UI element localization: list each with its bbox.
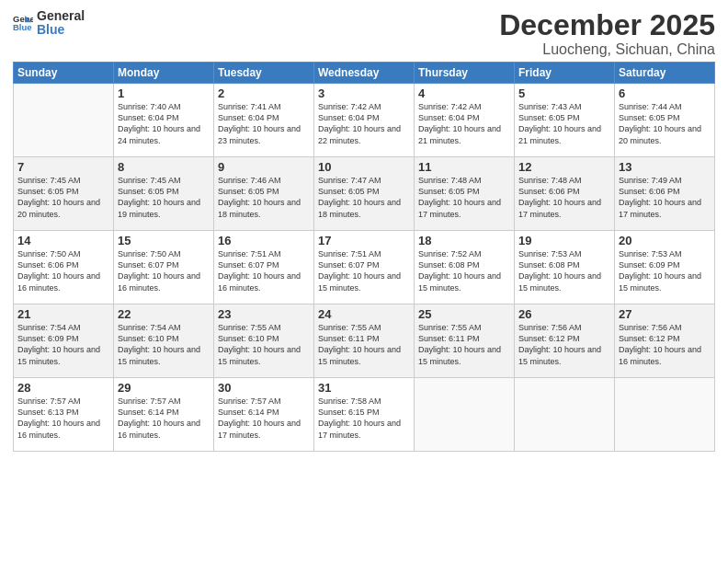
day-number: 26 [518, 307, 610, 321]
day-cell [515, 378, 615, 452]
logo: General Blue General Blue [13, 9, 85, 38]
day-number: 8 [118, 160, 210, 174]
day-number: 11 [418, 160, 510, 174]
week-row-1: 1Sunrise: 7:40 AMSunset: 6:04 PMDaylight… [14, 84, 715, 157]
day-info: Sunrise: 7:45 AMSunset: 6:05 PMDaylight:… [17, 175, 109, 220]
day-cell: 26Sunrise: 7:56 AMSunset: 6:12 PMDayligh… [515, 304, 615, 378]
col-header-tuesday: Tuesday [214, 63, 314, 84]
day-info: Sunrise: 7:56 AMSunset: 6:12 PMDaylight:… [518, 322, 610, 367]
day-info: Sunrise: 7:50 AMSunset: 6:06 PMDaylight:… [17, 248, 109, 293]
day-cell: 12Sunrise: 7:48 AMSunset: 6:06 PMDayligh… [515, 157, 615, 231]
day-cell: 21Sunrise: 7:54 AMSunset: 6:09 PMDayligh… [14, 304, 114, 378]
day-number: 10 [318, 160, 410, 174]
day-number: 5 [518, 86, 610, 100]
day-info: Sunrise: 7:42 AMSunset: 6:04 PMDaylight:… [418, 101, 510, 146]
week-row-4: 21Sunrise: 7:54 AMSunset: 6:09 PMDayligh… [14, 304, 715, 378]
day-cell: 10Sunrise: 7:47 AMSunset: 6:05 PMDayligh… [314, 157, 415, 231]
col-header-sunday: Sunday [14, 63, 114, 84]
day-info: Sunrise: 7:42 AMSunset: 6:04 PMDaylight:… [318, 101, 410, 146]
day-number: 2 [218, 86, 310, 100]
day-info: Sunrise: 7:51 AMSunset: 6:07 PMDaylight:… [318, 248, 410, 293]
col-header-friday: Friday [515, 63, 615, 84]
week-row-3: 14Sunrise: 7:50 AMSunset: 6:06 PMDayligh… [14, 231, 715, 304]
day-cell: 22Sunrise: 7:54 AMSunset: 6:10 PMDayligh… [114, 304, 214, 378]
day-info: Sunrise: 7:45 AMSunset: 6:05 PMDaylight:… [118, 175, 210, 220]
day-info: Sunrise: 7:48 AMSunset: 6:05 PMDaylight:… [418, 175, 510, 220]
day-cell: 25Sunrise: 7:55 AMSunset: 6:11 PMDayligh… [415, 304, 515, 378]
day-info: Sunrise: 7:53 AMSunset: 6:09 PMDaylight:… [619, 248, 711, 293]
day-number: 1 [118, 86, 210, 100]
day-number: 23 [218, 307, 310, 321]
location-title: Luocheng, Sichuan, China [499, 41, 715, 58]
day-cell: 23Sunrise: 7:55 AMSunset: 6:10 PMDayligh… [214, 304, 314, 378]
day-info: Sunrise: 7:57 AMSunset: 6:14 PMDaylight:… [118, 396, 210, 441]
day-cell: 1Sunrise: 7:40 AMSunset: 6:04 PMDaylight… [114, 84, 214, 157]
day-cell: 31Sunrise: 7:58 AMSunset: 6:15 PMDayligh… [314, 378, 415, 452]
day-cell: 5Sunrise: 7:43 AMSunset: 6:05 PMDaylight… [515, 84, 615, 157]
month-title: December 2025 [499, 9, 715, 41]
day-info: Sunrise: 7:55 AMSunset: 6:11 PMDaylight:… [418, 322, 510, 367]
logo-blue-text: Blue [37, 23, 85, 37]
day-number: 28 [17, 381, 109, 395]
day-info: Sunrise: 7:50 AMSunset: 6:07 PMDaylight:… [118, 248, 210, 293]
day-cell [415, 378, 515, 452]
day-number: 25 [418, 307, 510, 321]
day-number: 6 [619, 86, 711, 100]
day-cell: 24Sunrise: 7:55 AMSunset: 6:11 PMDayligh… [314, 304, 415, 378]
day-info: Sunrise: 7:53 AMSunset: 6:08 PMDaylight:… [518, 248, 610, 293]
day-cell: 27Sunrise: 7:56 AMSunset: 6:12 PMDayligh… [615, 304, 715, 378]
logo-icon: General Blue [13, 13, 33, 33]
day-cell: 3Sunrise: 7:42 AMSunset: 6:04 PMDaylight… [314, 84, 415, 157]
col-header-wednesday: Wednesday [314, 63, 415, 84]
day-number: 13 [619, 160, 711, 174]
day-number: 21 [17, 307, 109, 321]
col-header-monday: Monday [114, 63, 214, 84]
logo-general-text: General [37, 9, 85, 23]
day-info: Sunrise: 7:49 AMSunset: 6:06 PMDaylight:… [619, 175, 711, 220]
day-cell [615, 378, 715, 452]
day-cell: 8Sunrise: 7:45 AMSunset: 6:05 PMDaylight… [114, 157, 214, 231]
day-number: 31 [318, 381, 410, 395]
day-cell: 13Sunrise: 7:49 AMSunset: 6:06 PMDayligh… [615, 157, 715, 231]
day-number: 27 [619, 307, 711, 321]
day-info: Sunrise: 7:51 AMSunset: 6:07 PMDaylight:… [218, 248, 310, 293]
day-number: 15 [118, 234, 210, 247]
week-row-5: 28Sunrise: 7:57 AMSunset: 6:13 PMDayligh… [14, 378, 715, 452]
day-cell: 18Sunrise: 7:52 AMSunset: 6:08 PMDayligh… [415, 231, 515, 304]
day-cell: 29Sunrise: 7:57 AMSunset: 6:14 PMDayligh… [114, 378, 214, 452]
day-cell: 2Sunrise: 7:41 AMSunset: 6:04 PMDaylight… [214, 84, 314, 157]
col-header-thursday: Thursday [415, 63, 515, 84]
day-info: Sunrise: 7:44 AMSunset: 6:05 PMDaylight:… [619, 101, 711, 146]
col-header-saturday: Saturday [615, 63, 715, 84]
header: General Blue General Blue December 2025 … [13, 9, 715, 58]
day-cell [14, 84, 114, 157]
day-cell: 16Sunrise: 7:51 AMSunset: 6:07 PMDayligh… [214, 231, 314, 304]
day-info: Sunrise: 7:55 AMSunset: 6:11 PMDaylight:… [318, 322, 410, 367]
day-info: Sunrise: 7:58 AMSunset: 6:15 PMDaylight:… [318, 396, 410, 441]
day-number: 22 [118, 307, 210, 321]
day-number: 17 [318, 234, 410, 247]
day-cell: 19Sunrise: 7:53 AMSunset: 6:08 PMDayligh… [515, 231, 615, 304]
calendar-table: SundayMondayTuesdayWednesdayThursdayFrid… [13, 62, 715, 452]
title-block: December 2025 Luocheng, Sichuan, China [499, 9, 715, 58]
day-number: 29 [118, 381, 210, 395]
day-cell: 28Sunrise: 7:57 AMSunset: 6:13 PMDayligh… [14, 378, 114, 452]
header-row: SundayMondayTuesdayWednesdayThursdayFrid… [14, 63, 715, 84]
svg-text:Blue: Blue [13, 22, 32, 32]
day-info: Sunrise: 7:54 AMSunset: 6:10 PMDaylight:… [118, 322, 210, 367]
day-number: 20 [619, 234, 711, 247]
day-info: Sunrise: 7:57 AMSunset: 6:13 PMDaylight:… [17, 396, 109, 441]
day-cell: 14Sunrise: 7:50 AMSunset: 6:06 PMDayligh… [14, 231, 114, 304]
day-number: 7 [17, 160, 109, 174]
day-cell: 15Sunrise: 7:50 AMSunset: 6:07 PMDayligh… [114, 231, 214, 304]
day-number: 19 [518, 234, 610, 247]
day-info: Sunrise: 7:43 AMSunset: 6:05 PMDaylight:… [518, 101, 610, 146]
day-cell: 7Sunrise: 7:45 AMSunset: 6:05 PMDaylight… [14, 157, 114, 231]
day-info: Sunrise: 7:54 AMSunset: 6:09 PMDaylight:… [17, 322, 109, 367]
day-cell: 17Sunrise: 7:51 AMSunset: 6:07 PMDayligh… [314, 231, 415, 304]
day-info: Sunrise: 7:40 AMSunset: 6:04 PMDaylight:… [118, 101, 210, 146]
day-cell: 6Sunrise: 7:44 AMSunset: 6:05 PMDaylight… [615, 84, 715, 157]
day-number: 24 [318, 307, 410, 321]
day-number: 4 [418, 86, 510, 100]
day-info: Sunrise: 7:52 AMSunset: 6:08 PMDaylight:… [418, 248, 510, 293]
